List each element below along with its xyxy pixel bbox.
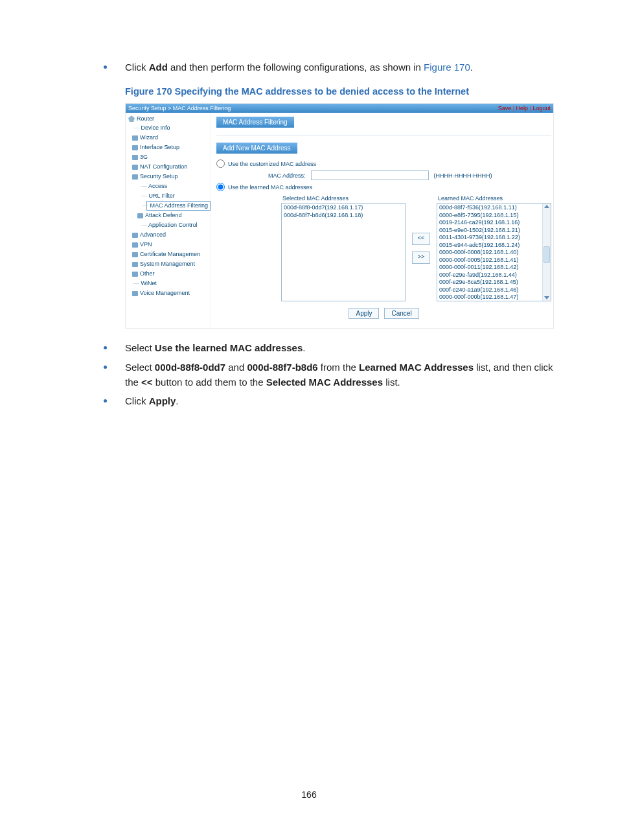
list-item[interactable]: 0000-000f-0005(192.168.1.41) bbox=[439, 257, 540, 264]
router-icon bbox=[128, 115, 135, 122]
radio-learned-row[interactable]: Use the learned MAC addresses bbox=[216, 183, 551, 191]
nav-item[interactable]: NAT Configuration bbox=[139, 162, 211, 172]
nav-root[interactable]: Router bbox=[128, 115, 211, 122]
nav-item[interactable]: VPN bbox=[139, 240, 211, 250]
add-mac-button[interactable]: Add New MAC Address bbox=[216, 143, 297, 154]
mac-address-label: MAC Address: bbox=[268, 172, 306, 179]
nav-item[interactable]: Application Control bbox=[146, 220, 211, 230]
intro-period: . bbox=[470, 62, 473, 73]
figure-caption: Figure 170 Specifying the MAC addresses … bbox=[125, 86, 556, 97]
figure-screenshot: Security Setup > MAC Address Filtering S… bbox=[125, 103, 554, 329]
apply-button[interactable]: Apply bbox=[349, 308, 379, 319]
nav-item[interactable]: Voice Management bbox=[139, 288, 211, 298]
nav-item[interactable]: Security Setup bbox=[139, 172, 211, 181]
nav-item[interactable]: Advanced bbox=[139, 230, 211, 240]
selected-mac-listbox[interactable]: 000d-88f8-0dd7(192.168.1.17)000d-88f7-b8… bbox=[281, 203, 406, 301]
nav-root-label: Router bbox=[137, 115, 154, 122]
bullet-icon bbox=[104, 346, 107, 349]
intro-prefix: Click bbox=[125, 62, 149, 73]
list-item[interactable]: 0000-e8f5-7395(192.168.1.15) bbox=[439, 212, 540, 220]
list-item[interactable]: 0019-2146-ca29(192.168.1.16) bbox=[439, 219, 540, 227]
bullet-icon bbox=[104, 366, 107, 369]
move-left-button[interactable]: << bbox=[412, 233, 430, 245]
learned-mac-listbox[interactable]: 000d-88f7-f536(192.168.1.11)0000-e8f5-73… bbox=[437, 203, 551, 301]
radio-learned-label: Use the learned MAC addresses bbox=[228, 184, 312, 191]
learned-list-label: Learned MAC Addresses bbox=[438, 195, 551, 202]
learned-list-scrollbar[interactable] bbox=[542, 204, 551, 301]
list-item[interactable]: 0015-e944-adc5(192.168.1.24) bbox=[439, 242, 540, 250]
list-item[interactable]: 0000-000f-0011(192.168.1.42) bbox=[439, 264, 540, 272]
mac-address-input[interactable] bbox=[311, 170, 429, 180]
nav-item[interactable]: System Management bbox=[139, 259, 211, 269]
list-item[interactable]: 0011-4301-9739(192.168.1.22) bbox=[439, 234, 540, 242]
nav-item[interactable]: MAC Address Filtering bbox=[146, 201, 211, 211]
nav-item[interactable]: URL Filter bbox=[146, 191, 211, 201]
intro-rest: and then perform the following configura… bbox=[168, 62, 424, 73]
nav-item[interactable]: Wizard bbox=[139, 133, 211, 143]
list-item[interactable]: 0000-000f-000b(192.168.1.47) bbox=[439, 294, 540, 301]
list-item[interactable]: 000f-e29e-fa9d(192.168.1.44) bbox=[439, 272, 540, 279]
step1-text: Select Use the learned MAC addresses. bbox=[125, 340, 305, 355]
list-item[interactable]: 000d-88f7-f536(192.168.1.11) bbox=[439, 204, 540, 212]
scroll-down-icon[interactable] bbox=[544, 296, 549, 299]
section-title: MAC Address Filtering bbox=[216, 117, 293, 128]
scroll-up-icon[interactable] bbox=[544, 205, 549, 208]
nav-item[interactable]: 3G bbox=[139, 152, 211, 162]
step3-text: Click Apply. bbox=[125, 393, 179, 408]
nav-tree: Router Device InfoWizardInterface Setup3… bbox=[126, 113, 211, 328]
save-link[interactable]: Save bbox=[498, 105, 512, 111]
scroll-thumb[interactable] bbox=[544, 246, 550, 263]
list-item[interactable]: 0015-e9e0-1502(192.168.1.21) bbox=[439, 227, 540, 235]
intro-line: Click Add and then perform the following… bbox=[125, 60, 473, 75]
nav-item[interactable]: Device Info bbox=[139, 123, 211, 133]
mac-address-row: MAC Address: (HHHH-HHHH-HHHH) bbox=[268, 170, 551, 180]
nav-item[interactable]: Certificate Managemen bbox=[139, 250, 211, 259]
logout-link[interactable]: Logout bbox=[532, 105, 551, 111]
nav-item[interactable]: Other bbox=[139, 269, 211, 279]
list-item[interactable]: 000f-e240-a1a9(192.168.1.46) bbox=[439, 286, 540, 294]
move-right-button[interactable]: >> bbox=[412, 251, 430, 264]
nav-item[interactable]: Access bbox=[146, 181, 211, 191]
selected-list-label: Selected MAC Addresses bbox=[282, 195, 406, 202]
nav-item[interactable]: Attack Defend bbox=[144, 211, 211, 220]
top-links: Save | Help | Logout bbox=[498, 105, 551, 111]
figure-ref-link[interactable]: Figure 170 bbox=[424, 62, 470, 73]
main-panel: MAC Address Filtering Add New MAC Addres… bbox=[211, 113, 556, 328]
radio-customized-row[interactable]: Use the customized MAC address bbox=[216, 159, 551, 168]
bullet-icon bbox=[104, 65, 107, 69]
list-item[interactable]: 000d-88f7-b8d6(192.168.1.18) bbox=[284, 212, 403, 220]
radio-customized-label: Use the customized MAC address bbox=[228, 161, 316, 167]
intro-add: Add bbox=[149, 62, 168, 73]
radio-customized[interactable] bbox=[216, 159, 225, 168]
bullet-icon bbox=[104, 399, 107, 402]
nav-item[interactable]: Interface Setup bbox=[139, 143, 211, 152]
cancel-button[interactable]: Cancel bbox=[384, 308, 418, 319]
breadcrumb: Security Setup > MAC Address Filtering bbox=[128, 105, 231, 111]
nav-item[interactable]: WiNet bbox=[139, 279, 211, 288]
radio-learned[interactable] bbox=[216, 183, 225, 191]
list-item[interactable]: 0023-896f-09e4(192.168.1.48) bbox=[439, 301, 540, 302]
mac-address-hint: (HHHH-HHHH-HHHH) bbox=[434, 172, 492, 179]
list-item[interactable]: 0000-000f-0008(192.168.1.40) bbox=[439, 249, 540, 257]
help-link[interactable]: Help bbox=[516, 105, 529, 111]
list-item[interactable]: 000d-88f8-0dd7(192.168.1.17) bbox=[284, 204, 403, 212]
list-item[interactable]: 000f-e29e-8ca5(192.168.1.45) bbox=[439, 279, 540, 286]
page-number: 166 bbox=[0, 789, 618, 800]
step2-text: Select 000d-88f8-0dd7 and 000d-88f7-b8d6… bbox=[125, 360, 556, 390]
